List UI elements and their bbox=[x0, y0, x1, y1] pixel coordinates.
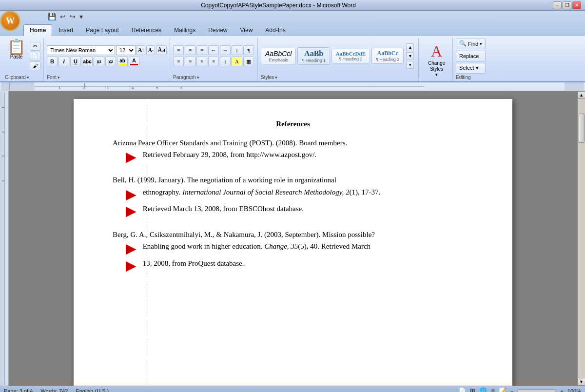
align-right-button[interactable]: ≡ bbox=[196, 57, 207, 66]
minimize-button[interactable]: − bbox=[553, 1, 562, 9]
tab-page-layout[interactable]: Page Layout bbox=[79, 24, 125, 36]
redo-quick-button[interactable]: ↪ bbox=[69, 12, 77, 22]
text-highlight-button[interactable]: ab bbox=[117, 57, 128, 66]
view-fullscreen-button[interactable]: ⊞ bbox=[470, 387, 475, 392]
word-count: Words: 742 bbox=[40, 388, 68, 392]
reference-entry-berg: Berg, G. A., Csikszentmihalyi, M., & Nak… bbox=[113, 229, 473, 274]
zoom-in-button[interactable]: + bbox=[560, 388, 563, 392]
editing-label: Editing bbox=[456, 75, 471, 80]
view-print-button[interactable]: 📄 bbox=[458, 387, 466, 392]
sort-button[interactable]: ↕ bbox=[232, 45, 242, 55]
view-draft-button[interactable]: 📝 bbox=[499, 387, 507, 392]
tab-mailings[interactable]: Mailings bbox=[168, 24, 202, 36]
multilevel-list-button[interactable]: ≡ bbox=[196, 45, 207, 55]
tab-references[interactable]: References bbox=[125, 24, 168, 36]
font-expand-icon[interactable]: ▾ bbox=[58, 75, 60, 80]
style-heading3-item[interactable]: AaBbCc ¶ Heading 3 bbox=[371, 48, 404, 64]
ruler-left-margin bbox=[10, 82, 34, 91]
customize-quick-button[interactable]: ▾ bbox=[78, 12, 84, 22]
vertical-scrollbar[interactable]: ▲ ▼ bbox=[577, 91, 585, 386]
ribbon-tabs: Home Insert Page Layout References Maili… bbox=[21, 24, 585, 36]
paragraph-group: ≡ ≡ ≡ ← → ↕ ¶ ≡ ≡ ≡ ≡ ↕ A ▦ bbox=[170, 38, 258, 81]
tab-add-ins[interactable]: Add-Ins bbox=[259, 24, 292, 36]
paste-button[interactable]: 📋 Paste bbox=[5, 38, 28, 74]
zoom-out-button[interactable]: − bbox=[510, 388, 513, 392]
arrow-indicator-2: ► bbox=[122, 187, 140, 202]
save-quick-button[interactable]: 💾 bbox=[47, 12, 57, 22]
styles-more-button[interactable]: ▾ bbox=[406, 61, 414, 69]
ref-continuation-berg-1: Enabling good work in higher education. … bbox=[143, 241, 370, 252]
ref-first-line-arizona: Arizona Peace Officer Standards and Trai… bbox=[113, 137, 473, 149]
tab-home[interactable]: Home bbox=[23, 24, 52, 36]
style-heading1-label: ¶ Heading 1 bbox=[302, 58, 325, 63]
font-color-button[interactable]: A bbox=[129, 57, 139, 66]
arrow-indicator-4: ► bbox=[122, 241, 140, 256]
view-web-button[interactable]: 🌐 bbox=[479, 387, 487, 392]
arrow-indicator-1: ► bbox=[122, 149, 140, 165]
font-size-decrease-button[interactable]: A- bbox=[146, 45, 155, 55]
window-controls: − ❐ ✕ bbox=[553, 1, 581, 9]
page-container: References Arizona Peace Officer Standar… bbox=[9, 91, 577, 386]
replace-button[interactable]: Replace bbox=[456, 51, 486, 61]
scroll-down-button[interactable]: ▼ bbox=[578, 378, 585, 386]
underline-button[interactable]: U bbox=[70, 57, 81, 66]
shading-button[interactable]: A bbox=[232, 57, 242, 66]
borders-button[interactable]: ▦ bbox=[243, 57, 254, 66]
numbering-button[interactable]: ≡ bbox=[185, 45, 195, 55]
clear-format-button[interactable]: Aa bbox=[156, 45, 167, 55]
ribbon: 📋 Paste ✂ 📄 🖌 Clipboard ▾ Times New Ro bbox=[0, 36, 585, 82]
clipboard-expand-icon[interactable]: ▾ bbox=[27, 75, 29, 80]
tab-view[interactable]: View bbox=[234, 24, 259, 36]
copy-button[interactable]: 📄 bbox=[30, 52, 40, 60]
bold-button[interactable]: B bbox=[47, 57, 58, 66]
line-spacing-button[interactable]: ↕ bbox=[220, 57, 231, 66]
ref-continuation-bell-2: Retrieved March 13, 2008, from EBSCOhost… bbox=[143, 203, 304, 215]
document-area: 1 2 3 3 References Arizona Peace Officer… bbox=[0, 91, 585, 386]
style-heading2-item[interactable]: AaBbCcDdE ¶ Heading 2 bbox=[332, 49, 370, 63]
select-button[interactable]: Select ▾ bbox=[456, 63, 486, 74]
scroll-thumb[interactable] bbox=[579, 114, 585, 143]
increase-indent-button[interactable]: → bbox=[220, 45, 231, 55]
change-styles-button[interactable]: A ChangeStyles ▾ bbox=[425, 40, 448, 79]
font-name-select[interactable]: Times New Roman bbox=[47, 45, 115, 55]
bullets-button[interactable]: ≡ bbox=[173, 45, 184, 55]
find-label: Find bbox=[468, 41, 478, 47]
cut-button[interactable]: ✂ bbox=[30, 42, 40, 51]
style-heading3-preview: AaBbCc bbox=[377, 50, 398, 57]
format-painter-button[interactable]: 🖌 bbox=[30, 61, 40, 70]
justify-button[interactable]: ≡ bbox=[208, 57, 219, 66]
font-size-select[interactable]: 12 bbox=[116, 45, 136, 55]
tab-insert[interactable]: Insert bbox=[52, 24, 79, 36]
view-outline-button[interactable]: ≡ bbox=[491, 387, 495, 392]
superscript-button[interactable]: x2 bbox=[105, 57, 116, 66]
office-button[interactable]: W bbox=[0, 11, 20, 31]
close-button[interactable]: ✕ bbox=[572, 1, 581, 9]
styles-scroll-up-button[interactable]: ▲ bbox=[406, 43, 414, 51]
styles-scroll-down-button[interactable]: ▼ bbox=[406, 52, 414, 60]
font-size-increase-button[interactable]: A+ bbox=[136, 45, 145, 55]
style-heading1-item[interactable]: AaBb ¶ Heading 1 bbox=[297, 47, 330, 65]
svg-text:5: 5 bbox=[156, 86, 158, 90]
replace-label: Replace bbox=[459, 53, 479, 59]
zoom-slider[interactable] bbox=[517, 389, 556, 392]
decrease-indent-button[interactable]: ← bbox=[208, 45, 219, 55]
align-left-button[interactable]: ≡ bbox=[173, 57, 184, 66]
ref-first-line-berg: Berg, G. A., Csikszentmihalyi, M., & Nak… bbox=[113, 229, 473, 240]
paragraph-expand-icon[interactable]: ▾ bbox=[197, 75, 199, 80]
italic-button[interactable]: I bbox=[58, 57, 69, 66]
quick-access-toolbar: 💾 ↩ ↪ ▾ bbox=[47, 12, 84, 22]
language-info: English (U.S.) bbox=[76, 388, 109, 392]
styles-expand-icon[interactable]: ▾ bbox=[275, 75, 277, 80]
undo-quick-button[interactable]: ↩ bbox=[59, 12, 67, 22]
style-emphasis-item[interactable]: AaBbCcl Emphasis bbox=[261, 48, 296, 64]
tab-review[interactable]: Review bbox=[202, 24, 234, 36]
paragraph-label: Paragraph bbox=[173, 75, 196, 80]
scroll-up-button[interactable]: ▲ bbox=[578, 91, 585, 99]
align-center-button[interactable]: ≡ bbox=[185, 57, 195, 66]
subscript-button[interactable]: x2 bbox=[94, 57, 104, 66]
find-button[interactable]: 🔍 Find ▾ bbox=[456, 39, 486, 49]
restore-button[interactable]: ❐ bbox=[563, 1, 571, 9]
strikethrough-button[interactable]: abc bbox=[82, 57, 93, 66]
show-marks-button[interactable]: ¶ bbox=[243, 45, 254, 55]
style-emphasis-preview: AaBbCcl bbox=[265, 50, 292, 58]
